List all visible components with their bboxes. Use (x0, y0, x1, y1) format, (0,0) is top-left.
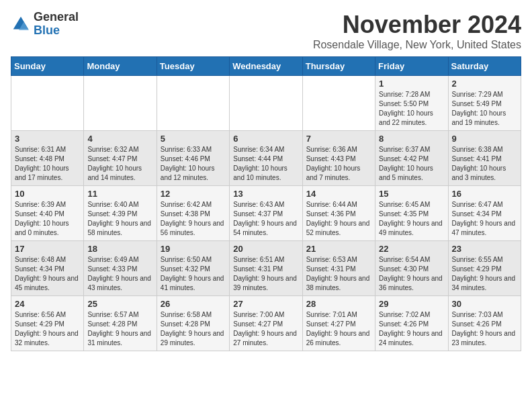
header: General Blue November 2024 Rosendale Vil… (11, 11, 521, 51)
calendar-table: SundayMondayTuesdayWednesdayThursdayFrid… (11, 56, 521, 351)
day-info: Sunrise: 6:54 AM Sunset: 4:30 PM Dayligh… (379, 255, 444, 293)
header-sunday: Sunday (11, 57, 84, 76)
day-number: 11 (87, 189, 152, 199)
day-info: Sunrise: 6:56 AM Sunset: 4:29 PM Dayligh… (15, 310, 80, 348)
day-cell (84, 76, 157, 131)
day-number: 25 (87, 299, 152, 309)
day-number: 12 (161, 189, 226, 199)
day-cell: 12Sunrise: 6:42 AM Sunset: 4:38 PM Dayli… (157, 186, 229, 241)
day-cell: 24Sunrise: 6:56 AM Sunset: 4:29 PM Dayli… (11, 296, 84, 351)
day-info: Sunrise: 6:42 AM Sunset: 4:38 PM Dayligh… (161, 200, 226, 238)
week-row-2: 10Sunrise: 6:39 AM Sunset: 4:40 PM Dayli… (11, 186, 521, 241)
day-cell: 11Sunrise: 6:40 AM Sunset: 4:39 PM Dayli… (84, 186, 157, 241)
day-number: 24 (15, 299, 80, 309)
day-cell: 16Sunrise: 6:47 AM Sunset: 4:34 PM Dayli… (448, 186, 521, 241)
day-info: Sunrise: 6:36 AM Sunset: 4:43 PM Dayligh… (306, 145, 371, 183)
day-cell: 29Sunrise: 7:02 AM Sunset: 4:26 PM Dayli… (375, 296, 448, 351)
day-info: Sunrise: 6:51 AM Sunset: 4:31 PM Dayligh… (233, 255, 298, 293)
day-info: Sunrise: 7:03 AM Sunset: 4:26 PM Dayligh… (452, 310, 517, 348)
day-number: 16 (452, 189, 517, 199)
day-number: 30 (452, 299, 517, 309)
header-friday: Friday (375, 57, 448, 76)
week-row-0: 1Sunrise: 7:28 AM Sunset: 5:50 PM Daylig… (11, 76, 521, 131)
day-info: Sunrise: 6:50 AM Sunset: 4:32 PM Dayligh… (161, 255, 226, 293)
day-cell: 2Sunrise: 7:29 AM Sunset: 5:49 PM Daylig… (448, 76, 521, 131)
day-info: Sunrise: 6:38 AM Sunset: 4:41 PM Dayligh… (452, 145, 517, 183)
location-subtitle: Rosendale Village, New York, United Stat… (313, 39, 521, 51)
day-cell: 10Sunrise: 6:39 AM Sunset: 4:40 PM Dayli… (11, 186, 84, 241)
day-cell: 6Sunrise: 6:34 AM Sunset: 4:44 PM Daylig… (230, 131, 302, 186)
header-saturday: Saturday (448, 57, 521, 76)
day-number: 17 (15, 244, 80, 254)
day-cell: 26Sunrise: 6:58 AM Sunset: 4:28 PM Dayli… (157, 296, 229, 351)
header-monday: Monday (84, 57, 157, 76)
day-cell: 19Sunrise: 6:50 AM Sunset: 4:32 PM Dayli… (157, 241, 229, 296)
day-number: 3 (15, 134, 80, 144)
logo: General Blue (11, 11, 79, 38)
day-number: 9 (452, 134, 517, 144)
day-info: Sunrise: 6:53 AM Sunset: 4:31 PM Dayligh… (306, 255, 371, 293)
day-cell (230, 76, 302, 131)
day-info: Sunrise: 7:01 AM Sunset: 4:27 PM Dayligh… (306, 310, 371, 348)
day-number: 2 (452, 79, 517, 89)
day-info: Sunrise: 6:33 AM Sunset: 4:46 PM Dayligh… (161, 145, 226, 183)
day-number: 6 (233, 134, 298, 144)
day-cell: 15Sunrise: 6:45 AM Sunset: 4:35 PM Dayli… (375, 186, 448, 241)
day-cell (157, 76, 229, 131)
day-number: 10 (15, 189, 80, 199)
day-info: Sunrise: 7:00 AM Sunset: 4:27 PM Dayligh… (233, 310, 298, 348)
week-row-3: 17Sunrise: 6:48 AM Sunset: 4:34 PM Dayli… (11, 241, 521, 296)
day-info: Sunrise: 7:28 AM Sunset: 5:50 PM Dayligh… (379, 90, 444, 128)
logo-blue-text: Blue (34, 24, 79, 38)
day-number: 23 (452, 244, 517, 254)
day-cell: 27Sunrise: 7:00 AM Sunset: 4:27 PM Dayli… (230, 296, 302, 351)
logo-text: General Blue (34, 11, 79, 38)
day-info: Sunrise: 6:37 AM Sunset: 4:42 PM Dayligh… (379, 145, 444, 183)
day-info: Sunrise: 6:39 AM Sunset: 4:40 PM Dayligh… (15, 200, 80, 238)
day-cell: 20Sunrise: 6:51 AM Sunset: 4:31 PM Dayli… (230, 241, 302, 296)
day-cell: 4Sunrise: 6:32 AM Sunset: 4:47 PM Daylig… (84, 131, 157, 186)
day-cell: 5Sunrise: 6:33 AM Sunset: 4:46 PM Daylig… (157, 131, 229, 186)
month-title: November 2024 (313, 11, 521, 39)
week-row-4: 24Sunrise: 6:56 AM Sunset: 4:29 PM Dayli… (11, 296, 521, 351)
day-info: Sunrise: 6:48 AM Sunset: 4:34 PM Dayligh… (15, 255, 80, 293)
day-number: 22 (379, 244, 444, 254)
day-cell: 9Sunrise: 6:38 AM Sunset: 4:41 PM Daylig… (448, 131, 521, 186)
day-number: 8 (379, 134, 444, 144)
logo-general-text: General (34, 11, 79, 24)
day-cell: 17Sunrise: 6:48 AM Sunset: 4:34 PM Dayli… (11, 241, 84, 296)
day-number: 15 (379, 189, 444, 199)
day-number: 21 (306, 244, 371, 254)
day-number: 27 (233, 299, 298, 309)
day-cell: 14Sunrise: 6:44 AM Sunset: 4:36 PM Dayli… (302, 186, 375, 241)
day-cell: 8Sunrise: 6:37 AM Sunset: 4:42 PM Daylig… (375, 131, 448, 186)
header-tuesday: Tuesday (157, 57, 229, 76)
day-info: Sunrise: 6:55 AM Sunset: 4:29 PM Dayligh… (452, 255, 517, 293)
logo-icon (11, 14, 31, 34)
day-number: 14 (306, 189, 371, 199)
day-cell: 30Sunrise: 7:03 AM Sunset: 4:26 PM Dayli… (448, 296, 521, 351)
day-info: Sunrise: 6:34 AM Sunset: 4:44 PM Dayligh… (233, 145, 298, 183)
day-info: Sunrise: 6:31 AM Sunset: 4:48 PM Dayligh… (15, 145, 80, 183)
day-number: 1 (379, 79, 444, 89)
calendar-header-row: SundayMondayTuesdayWednesdayThursdayFrid… (11, 57, 521, 76)
day-cell: 18Sunrise: 6:49 AM Sunset: 4:33 PM Dayli… (84, 241, 157, 296)
title-section: November 2024 Rosendale Village, New Yor… (313, 11, 521, 51)
day-info: Sunrise: 6:58 AM Sunset: 4:28 PM Dayligh… (161, 310, 226, 348)
day-cell: 23Sunrise: 6:55 AM Sunset: 4:29 PM Dayli… (448, 241, 521, 296)
day-info: Sunrise: 6:57 AM Sunset: 4:28 PM Dayligh… (87, 310, 152, 348)
day-info: Sunrise: 6:44 AM Sunset: 4:36 PM Dayligh… (306, 200, 371, 238)
day-number: 13 (233, 189, 298, 199)
day-number: 18 (87, 244, 152, 254)
day-cell: 1Sunrise: 7:28 AM Sunset: 5:50 PM Daylig… (375, 76, 448, 131)
day-cell: 22Sunrise: 6:54 AM Sunset: 4:30 PM Dayli… (375, 241, 448, 296)
header-thursday: Thursday (302, 57, 375, 76)
day-info: Sunrise: 6:47 AM Sunset: 4:34 PM Dayligh… (452, 200, 517, 238)
day-info: Sunrise: 7:02 AM Sunset: 4:26 PM Dayligh… (379, 310, 444, 348)
day-cell: 3Sunrise: 6:31 AM Sunset: 4:48 PM Daylig… (11, 131, 84, 186)
header-wednesday: Wednesday (230, 57, 302, 76)
day-cell: 13Sunrise: 6:43 AM Sunset: 4:37 PM Dayli… (230, 186, 302, 241)
day-info: Sunrise: 6:32 AM Sunset: 4:47 PM Dayligh… (87, 145, 152, 183)
day-cell (302, 76, 375, 131)
day-number: 29 (379, 299, 444, 309)
